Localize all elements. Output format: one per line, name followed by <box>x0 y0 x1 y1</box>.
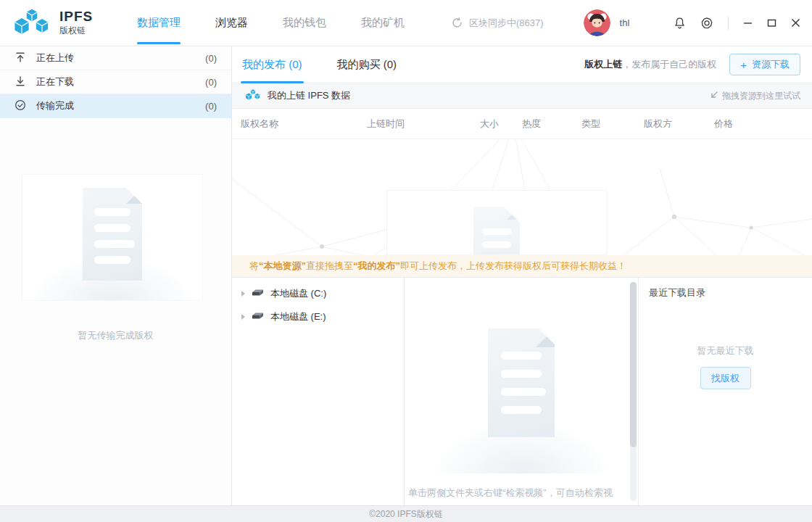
col-chain-time: 上链时间 <box>367 109 405 139</box>
user-area: thl <box>584 9 630 36</box>
notice-text: 直接拖拽至 <box>306 260 353 273</box>
empty-search-illustration <box>423 320 619 473</box>
upload-notice-banner: 将 “本地资源” 直接拖拽至 “我的发布” 即可上传发布，上传发布获得版权后可获… <box>232 255 812 277</box>
disk-tree-panel: 本地磁盘 (C:) 本地磁盘 (E:) <box>232 278 405 505</box>
find-copyright-button[interactable]: 找版权 <box>700 367 751 389</box>
copyright-table-header: 版权名称 上链时间 大小 热度 类型 版权方 价格 <box>232 109 812 139</box>
notice-bold-local-resource: “本地资源” <box>259 260 306 273</box>
sidebar-item-count: (0) <box>205 101 217 112</box>
chain-data-subheader: 我的上链 IPFS 数据 拖拽资源到这里试试 <box>232 83 812 109</box>
resource-download-button[interactable]: + 资源下载 <box>729 54 800 75</box>
maximize-button[interactable] <box>767 18 776 28</box>
tree-item-label: 本地磁盘 (C:) <box>270 287 326 300</box>
file-explorer-section: 本地磁盘 (C:) 本地磁盘 (E:) <box>232 277 812 505</box>
brand-logo: IPFS 版权链 <box>13 6 133 41</box>
ipfs-cubes-small-icon <box>245 88 261 104</box>
sidebar-item-downloading[interactable]: 正在下载 (0) <box>0 70 231 94</box>
brand-subtitle: 版权链 <box>59 26 93 36</box>
close-button[interactable] <box>791 18 800 28</box>
empty-transfer-illustration <box>22 174 203 301</box>
header-actions <box>674 17 800 30</box>
publish-tabbar: 我的发布 (0) 我的购买 (0) 版权上链，发布属于自己的版权 + 资源下载 <box>232 46 812 83</box>
empty-transfer-text: 暂无传输完成版权 <box>0 329 231 342</box>
recent-download-title: 最近下载目录 <box>649 286 705 299</box>
block-sync-status: 区块同步中(8637) <box>451 17 544 30</box>
tab-my-purchase[interactable]: 我的购买 (0) <box>336 46 399 83</box>
sidebar-item-label: 正在上传 <box>36 51 74 65</box>
header-divider <box>728 17 729 30</box>
header: IPFS 版权链 数据管理 浏览器 我的钱包 我的矿机 区块同步中(8637) <box>0 0 812 46</box>
nav-label: 数据管理 <box>137 16 181 30</box>
sidebar-item-count: (0) <box>205 53 217 64</box>
avatar[interactable] <box>584 9 610 36</box>
disk-drive-icon <box>252 312 264 323</box>
resource-download-label: 资源下载 <box>752 58 790 71</box>
arrow-down-left-icon <box>710 91 718 102</box>
expand-caret-icon[interactable] <box>241 291 245 297</box>
download-icon <box>14 75 26 89</box>
nav-data-management[interactable]: 数据管理 <box>137 0 181 46</box>
col-copyright-name: 版权名称 <box>241 109 278 139</box>
plus-icon: + <box>740 59 747 70</box>
scrollbar-track[interactable] <box>630 282 637 501</box>
notice-text: 即可上传发布，上传发布获得版权后可获得长期收益！ <box>400 260 626 273</box>
video-search-panel: 单击两侧文件夹或右键“检索视频”，可自动检索视 <box>405 278 638 505</box>
col-popularity: 热度 <box>522 109 541 139</box>
expand-caret-icon[interactable] <box>241 314 245 320</box>
window-controls <box>743 18 800 28</box>
col-price: 价格 <box>714 109 733 139</box>
col-type: 类型 <box>581 109 600 139</box>
main-nav: 数据管理 浏览器 我的钱包 我的矿机 <box>137 0 405 46</box>
nav-wallet[interactable]: 我的钱包 <box>283 0 326 46</box>
sync-status-text: 区块同步中(8637) <box>469 17 544 30</box>
publish-hint: 版权上链，发布属于自己的版权 <box>584 58 716 71</box>
nav-label: 浏览器 <box>215 16 248 30</box>
transfer-sidebar: 正在上传 (0) 正在下载 (0) 传输完成 (0) <box>0 46 232 505</box>
nav-miner[interactable]: 我的矿机 <box>361 0 405 46</box>
sidebar-item-count: (0) <box>205 77 217 88</box>
tab-label: 我的发布 (0) <box>242 58 302 72</box>
upload-icon <box>14 51 26 65</box>
copyright-text: ©2020 IPFS版权链 <box>369 508 443 521</box>
app-window: IPFS 版权链 数据管理 浏览器 我的钱包 我的矿机 区块同步中(8637) <box>0 0 812 522</box>
recent-download-empty-text: 暂无最近下载 <box>639 344 812 357</box>
recent-download-panel: 最近下载目录 暂无最近下载 找版权 <box>638 278 812 505</box>
tree-item-disk-e[interactable]: 本地磁盘 (E:) <box>232 305 404 328</box>
footer: ©2020 IPFS版权链 <box>0 505 812 522</box>
tree-item-label: 本地磁盘 (E:) <box>270 310 326 323</box>
col-size: 大小 <box>480 109 499 139</box>
nav-browser[interactable]: 浏览器 <box>215 0 248 46</box>
chain-data-title: 我的上链 IPFS 数据 <box>268 89 350 102</box>
main-panel: 我的发布 (0) 我的购买 (0) 版权上链，发布属于自己的版权 + 资源下载 <box>232 46 812 505</box>
notice-bold-my-publish: “我的发布” <box>353 260 400 273</box>
col-copyright-owner: 版权方 <box>644 109 672 139</box>
tree-item-disk-c[interactable]: 本地磁盘 (C:) <box>232 282 404 305</box>
publish-hint-bold: 版权上链 <box>584 59 622 70</box>
sync-refresh-icon[interactable] <box>451 17 463 29</box>
search-video-hint: 单击两侧文件夹或右键“检索视频”，可自动检索视 <box>408 486 626 500</box>
empty-table-area <box>232 139 812 255</box>
brand-title: IPFS <box>59 9 93 25</box>
empty-state-card <box>386 190 607 255</box>
sidebar-item-label: 传输完成 <box>36 99 74 112</box>
settings-gear-icon[interactable] <box>700 17 713 30</box>
bell-icon[interactable] <box>674 17 686 30</box>
drag-drop-hint: 拖拽资源到这里试试 <box>710 90 800 102</box>
ipfs-cubes-icon <box>13 6 51 41</box>
nav-label: 我的钱包 <box>283 16 326 30</box>
sidebar-item-completed[interactable]: 传输完成 (0) <box>0 94 231 118</box>
disk-drive-icon <box>252 289 264 299</box>
publish-hint-rest: ，发布属于自己的版权 <box>622 59 716 70</box>
tab-label: 我的购买 (0) <box>337 58 397 72</box>
check-circle-icon <box>14 99 26 113</box>
notice-text: 将 <box>249 260 259 273</box>
nav-label: 我的矿机 <box>361 16 405 30</box>
sidebar-item-uploading[interactable]: 正在上传 (0) <box>0 46 231 70</box>
scrollbar-thumb[interactable] <box>630 282 637 447</box>
drag-drop-hint-text: 拖拽资源到这里试试 <box>722 90 800 102</box>
username: thl <box>620 17 630 28</box>
tab-my-publish[interactable]: 我的发布 (0) <box>241 46 304 83</box>
minimize-button[interactable] <box>743 18 753 28</box>
sidebar-item-label: 正在下载 <box>36 75 74 88</box>
